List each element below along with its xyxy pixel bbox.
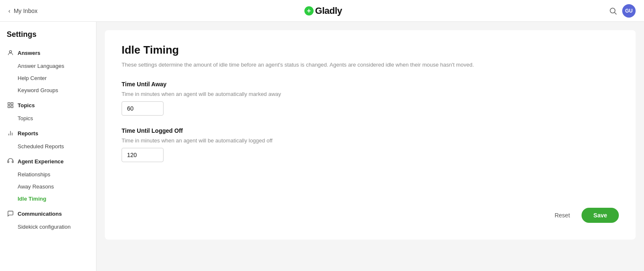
sidebar-section-header-answers[interactable]: Answers <box>0 46 96 60</box>
topnav-right: GU <box>609 4 636 18</box>
reports-section-label: Reports <box>18 130 38 137</box>
svg-rect-6 <box>11 106 13 108</box>
sidebar-section-header-communications[interactable]: Communications <box>0 206 96 221</box>
page-description: These settings determine the amount of i… <box>122 61 619 69</box>
card-footer: Reset Save <box>122 191 619 223</box>
time-until-away-input[interactable] <box>122 101 164 116</box>
sidebar-section-header-reports[interactable]: Reports <box>0 126 96 140</box>
time-until-away-sublabel: Time in minutes when an agent will be au… <box>122 91 619 97</box>
sidebar-item-help-center[interactable]: Help Center <box>0 72 96 84</box>
answers-section-label: Answers <box>18 50 40 56</box>
chevron-left-icon: ‹ <box>8 8 10 14</box>
gladly-logo-text: Gladly <box>315 5 342 16</box>
sidebar: Settings Answers Answer Languages Help C… <box>0 22 96 271</box>
search-icon[interactable] <box>609 7 617 15</box>
agent-experience-section-label: Agent Experience <box>18 158 64 165</box>
main-content: Idle Timing These settings determine the… <box>96 22 644 271</box>
sidebar-item-idle-timing[interactable]: Idle Timing <box>0 193 96 205</box>
svg-line-1 <box>615 12 617 14</box>
communications-section-label: Communications <box>18 211 62 217</box>
logo-area: Gladly <box>304 5 342 16</box>
svg-rect-11 <box>12 161 13 163</box>
sidebar-section-reports: Reports Scheduled Reports <box>0 126 96 152</box>
person-icon <box>7 49 14 57</box>
svg-point-0 <box>610 8 615 13</box>
page-title: Idle Timing <box>122 44 619 57</box>
sidebar-title: Settings <box>0 30 96 46</box>
headset-icon <box>7 157 14 165</box>
svg-rect-3 <box>8 103 10 105</box>
save-button[interactable]: Save <box>582 208 619 223</box>
sidebar-section-answers: Answers Answer Languages Help Center Key… <box>0 46 96 96</box>
topnav: ‹ My Inbox Gladly GU <box>0 0 644 22</box>
grid-icon <box>7 101 14 109</box>
svg-point-2 <box>9 51 11 53</box>
sidebar-item-scheduled-reports[interactable]: Scheduled Reports <box>0 140 96 152</box>
time-until-logged-off-section: Time Until Logged Off Time in minutes wh… <box>122 127 619 162</box>
time-until-away-label: Time Until Away <box>122 81 619 88</box>
sidebar-item-relationships[interactable]: Relationships <box>0 168 96 181</box>
sidebar-section-header-topics[interactable]: Topics <box>0 98 96 112</box>
sidebar-item-sidekick-configuration[interactable]: Sidekick configuration <box>0 221 96 233</box>
svg-rect-4 <box>11 103 13 105</box>
sidebar-item-answer-languages[interactable]: Answer Languages <box>0 60 96 72</box>
topics-section-label: Topics <box>18 102 35 108</box>
svg-rect-10 <box>8 161 9 163</box>
time-until-away-section: Time Until Away Time in minutes when an … <box>122 81 619 116</box>
chat-icon <box>7 210 14 217</box>
back-button[interactable]: ‹ My Inbox <box>8 8 37 14</box>
user-avatar[interactable]: GU <box>622 4 636 18</box>
time-until-logged-off-label: Time Until Logged Off <box>122 127 619 134</box>
time-until-logged-off-input[interactable] <box>122 148 164 162</box>
sidebar-item-away-reasons[interactable]: Away Reasons <box>0 181 96 193</box>
app-layout: Settings Answers Answer Languages Help C… <box>0 22 644 271</box>
sidebar-section-header-agent-experience[interactable]: Agent Experience <box>0 154 96 168</box>
svg-rect-5 <box>8 106 10 108</box>
sidebar-section-agent-experience: Agent Experience Relationships Away Reas… <box>0 154 96 205</box>
settings-card: Idle Timing These settings determine the… <box>105 30 636 240</box>
reset-button[interactable]: Reset <box>550 209 575 222</box>
sidebar-item-keyword-groups[interactable]: Keyword Groups <box>0 84 96 96</box>
sidebar-section-communications: Communications Sidekick configuration <box>0 206 96 233</box>
time-until-logged-off-sublabel: Time in minutes when an agent will be au… <box>122 137 619 144</box>
sidebar-section-topics: Topics Topics <box>0 98 96 124</box>
gladly-logo-icon <box>304 6 314 15</box>
back-label: My Inbox <box>14 8 38 14</box>
sidebar-item-topics[interactable]: Topics <box>0 112 96 124</box>
chart-icon <box>7 129 14 137</box>
